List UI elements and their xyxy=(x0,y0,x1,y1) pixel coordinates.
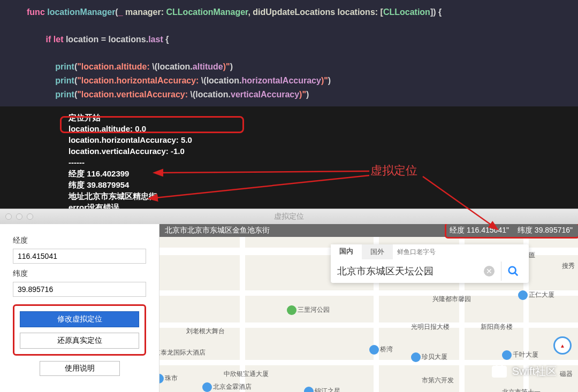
watermark: Swift社区 xyxy=(492,364,557,379)
console-line: 定位开始 xyxy=(69,112,578,123)
poi-label: 桥湾 xyxy=(369,345,393,355)
console-output: 虚拟定位 定位开始 location.altitude: 0.0 locatio… xyxy=(0,106,578,218)
console-line: 地址北京市东城区精忠街 xyxy=(69,190,578,202)
wechat-icon xyxy=(492,366,507,378)
poi-label: 千叶大厦 xyxy=(502,350,538,360)
poi-label: 兴隆都市馨园 xyxy=(432,295,471,304)
latitude-label: 纬度 xyxy=(13,269,146,279)
console-line: location.altitude: 0.0 xyxy=(69,123,578,134)
close-icon[interactable] xyxy=(5,213,12,220)
poi-label: 刘老根大舞台 xyxy=(186,327,225,336)
console-line: 纬度 39.8879954 xyxy=(69,179,578,190)
titlebar[interactable]: 虚拟定位 xyxy=(0,209,578,224)
annotation-virtual-location: 虚拟定位 xyxy=(370,163,417,179)
restore-real-location-button[interactable]: 还原真实定位 xyxy=(20,333,139,349)
map-search-input[interactable] xyxy=(335,264,484,279)
console-line: ------ xyxy=(69,157,578,168)
modify-virtual-location-button[interactable]: 修改虚拟定位 xyxy=(20,311,139,327)
tab-domestic[interactable]: 国内 xyxy=(331,244,362,259)
traffic-lights[interactable] xyxy=(5,213,33,220)
poi-label: 正仁大厦 xyxy=(518,290,554,300)
console-line: location.horizontalAccuracy: 5.0 xyxy=(69,134,578,145)
longitude-label: 经度 xyxy=(13,236,146,245)
poi-label: 京泰龙国际大酒店 xyxy=(159,348,206,357)
poi-label: 锦江之星 xyxy=(304,387,340,392)
sidebar: 经度 纬度 修改虚拟定位 还原真实定位 使用说明 xyxy=(0,224,159,392)
search-sublabel: 鲜鱼口老字号 xyxy=(393,244,440,259)
watermark-text: Swift社区 xyxy=(512,364,557,379)
svg-line-4 xyxy=(514,273,518,276)
poi-label: 磁器 xyxy=(560,370,573,379)
code-blank xyxy=(27,19,551,33)
code-line-1: func locationManager(_ manager: CLLocati… xyxy=(27,5,551,19)
instructions-button[interactable]: 使用说明 xyxy=(40,361,120,376)
code-line-4: print("location.horizontalAccuracy: \(lo… xyxy=(27,74,551,88)
addrbar-latitude: 纬度 39.895716" xyxy=(518,226,573,235)
code-blank xyxy=(27,47,551,60)
poi-label: 三里河公园 xyxy=(287,305,330,315)
code-line-3: print("location.altitude: \(location.alt… xyxy=(27,60,551,74)
window-title: 虚拟定位 xyxy=(274,212,304,221)
address-text: 北京市北京市东城区金鱼池东街 xyxy=(165,226,270,235)
zoom-icon[interactable] xyxy=(27,213,33,220)
longitude-input[interactable] xyxy=(13,249,146,264)
poi-label: 市第六开发 xyxy=(422,376,454,385)
poi-label: 新阳商务楼 xyxy=(481,322,513,332)
poi-label: 珠市 xyxy=(159,374,178,383)
code-line-5: print("location.verticalAccuracy: \(loca… xyxy=(27,88,551,102)
console-line: 经度 116.402399 xyxy=(69,168,578,179)
addrbar-longitude: 经度 116.415041" xyxy=(450,226,509,235)
poi-label: 光明日报大楼 xyxy=(411,322,450,332)
search-icon[interactable] xyxy=(501,262,524,281)
clear-icon[interactable]: ✕ xyxy=(484,266,495,276)
address-bar: 北京市北京市东城区金鱼池东街 经度 116.415041" 纬度 39.8957… xyxy=(159,224,578,237)
console-line: location.verticalAccuracy: -1.0 xyxy=(69,145,578,157)
map-search-box: 国内 国外 鲜鱼口老字号 ✕ xyxy=(331,244,529,283)
tab-overseas[interactable]: 国外 xyxy=(362,244,393,259)
highlight-box-buttons: 修改虚拟定位 还原真实定位 xyxy=(13,304,146,356)
code-editor: func locationManager(_ manager: CLLocati… xyxy=(0,0,578,106)
poi-label: 北京市第十一 xyxy=(502,388,541,392)
compass-icon[interactable]: ▲ xyxy=(553,336,572,355)
poi-label: 中欣银宝通大厦 xyxy=(224,370,269,379)
poi-label: 搜秀 xyxy=(562,262,575,271)
svg-point-3 xyxy=(508,267,515,274)
latitude-input[interactable] xyxy=(13,282,146,297)
code-line-2: if let location = locations.last { xyxy=(27,33,551,47)
poi-label: 珍贝大厦 xyxy=(411,352,447,362)
minimize-icon[interactable] xyxy=(16,213,22,220)
poi-label: 北京金霖酒店 xyxy=(202,382,252,392)
